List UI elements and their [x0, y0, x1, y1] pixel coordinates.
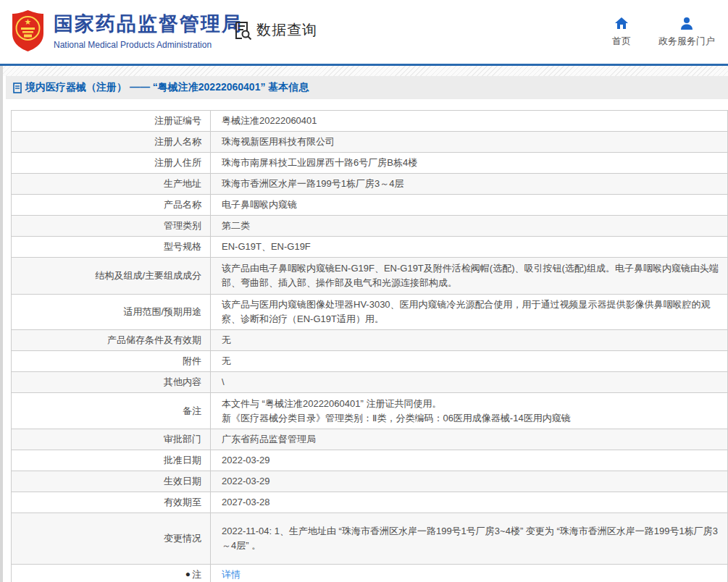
table-row: 附件无 — [12, 351, 728, 372]
row-value: 电子鼻咽喉内窥镜 — [211, 195, 728, 216]
nav-home[interactable]: 首页 — [612, 16, 631, 48]
document-search-icon — [233, 21, 252, 40]
row-label: 生产地址 — [12, 174, 211, 195]
row-label: 型号规格 — [12, 237, 211, 258]
row-value: 该产品由电子鼻咽喉内窥镜EN-G19F、EN-G19T及附件活检阀帽(选配)、吸… — [211, 258, 728, 295]
table-row: 注册人住所珠海市南屏科技工业园屏西十路6号厂房B栋4楼 — [12, 153, 728, 174]
row-label: 产品储存条件及有效期 — [12, 330, 211, 351]
row-value: 粤械注准20222060401 — [211, 111, 728, 132]
row-value: 本文件与 “粤械注准20222060401” 注册证共同使用。新《医疗器械分类目… — [211, 393, 728, 429]
org-name-en: National Medical Products Administration — [54, 40, 243, 50]
left-edge-strip — [0, 66, 3, 582]
table-row: 结构及组成/主要组成成分该产品由电子鼻咽喉内窥镜EN-G19F、EN-G19T及… — [12, 258, 728, 295]
row-value: 第二类 — [211, 216, 728, 237]
row-label: 结构及组成/主要组成成分 — [12, 258, 211, 295]
registration-info-table: 注册证编号粤械注准20222060401注册人名称珠海视新医用科技有限公司注册人… — [11, 110, 728, 582]
top-nav: 首页 政务服务门户 — [612, 16, 715, 48]
nav-home-label: 首页 — [612, 35, 631, 48]
row-value-line: 本文件与 “粤械注准20222060401” 注册证共同使用。 — [222, 397, 721, 411]
row-value: 详情 — [211, 565, 728, 582]
row-label: 生效日期 — [12, 471, 211, 492]
row-label: 备注 — [12, 393, 211, 429]
row-value: \ — [211, 372, 728, 393]
nav-gov-portal[interactable]: 政务服务门户 — [658, 16, 715, 48]
home-icon — [614, 16, 629, 30]
org-name: 国家药品监督管理局 — [54, 11, 243, 37]
table-row: 注册证编号粤械注准20222060401 — [12, 111, 728, 132]
row-value: 2022-03-29 — [211, 450, 728, 471]
table-row: 备注本文件与 “粤械注准20222060401” 注册证共同使用。新《医疗器械分… — [12, 393, 728, 429]
row-label: 其他内容 — [12, 372, 211, 393]
table-row: 型号规格EN-G19T、EN-G19F — [12, 237, 728, 258]
table-row: 生效日期2022-03-29 — [12, 471, 728, 492]
row-value: 珠海视新医用科技有限公司 — [211, 132, 728, 153]
row-label: 有效期至 — [12, 492, 211, 513]
row-value: 广东省药品监督管理局 — [211, 429, 728, 450]
detail-link[interactable]: 详情 — [222, 569, 240, 580]
row-value: 2027-03-28 — [211, 492, 728, 513]
page-doc-icon — [13, 83, 22, 93]
row-value: 无 — [211, 330, 728, 351]
national-emblem-icon: ★ — [11, 9, 45, 52]
row-label: 审批部门 — [12, 429, 211, 450]
table-row: 审批部门广东省药品监督管理局 — [12, 429, 728, 450]
row-value: 珠海市南屏科技工业园屏西十路6号厂房B栋4楼 — [211, 153, 728, 174]
table-row: 变更情况2022-11-04: 1、生产地址由 “珠海市香洲区水岸一路199号1… — [12, 513, 728, 565]
row-value: 无 — [211, 351, 728, 372]
row-value: EN-G19T、EN-G19F — [211, 237, 728, 258]
table-row: 生产地址珠海市香洲区水岸一路199号1栋厂房3～4层 — [12, 174, 728, 195]
table-row: 批准日期2022-03-29 — [12, 450, 728, 471]
page-title: 境内医疗器械（注册） —— “粤械注准20222060401” 基本信息 — [25, 81, 309, 94]
table-row: 管理类别第二类 — [12, 216, 728, 237]
breadcrumb-bar: 境内医疗器械（注册） —— “粤械注准20222060401” 基本信息 — [6, 76, 728, 99]
page-header: ★ 国家药品监督管理局 National Medical Products Ad… — [0, 0, 728, 64]
nav-gov-portal-label: 政务服务门户 — [658, 35, 715, 48]
user-icon — [679, 16, 694, 30]
table-row: ●注详情 — [12, 565, 728, 582]
table-row: 其他内容\ — [12, 372, 728, 393]
site-logo[interactable]: ★ 国家药品监督管理局 National Medical Products Ad… — [11, 9, 243, 52]
data-query-label: 数据查询 — [256, 20, 317, 40]
row-value-line: 新《医疗器械分类目录》管理类别：Ⅱ类，分类编码：06医用成像器械-14医用内窥镜 — [222, 411, 721, 426]
row-label: 变更情况 — [12, 513, 211, 565]
svg-text:★: ★ — [25, 17, 32, 26]
table-row: 产品名称电子鼻咽喉内窥镜 — [12, 195, 728, 216]
row-label: 产品名称 — [12, 195, 211, 216]
data-query-tab[interactable]: 数据查询 — [233, 20, 317, 40]
row-label: 注册证编号 — [12, 111, 211, 132]
row-label: 注册人住所 — [12, 153, 211, 174]
note-bullet-icon: ● — [185, 567, 191, 581]
table-row: 适用范围/预期用途该产品与医用内窥镜图像处理器HV-3030、医用内窥镜冷光源配… — [12, 295, 728, 330]
row-label: 适用范围/预期用途 — [12, 295, 211, 330]
row-label: 注册人名称 — [12, 132, 211, 153]
row-label: 管理类别 — [12, 216, 211, 237]
table-row: 产品储存条件及有效期无 — [12, 330, 728, 351]
table-row: 注册人名称珠海视新医用科技有限公司 — [12, 132, 728, 153]
row-value: 2022-03-29 — [211, 471, 728, 492]
table-row: 有效期至2027-03-28 — [12, 492, 728, 513]
row-value: 该产品与医用内窥镜图像处理器HV-3030、医用内窥镜冷光源配合使用，用于通过视… — [211, 295, 728, 330]
hatch-strip — [0, 66, 728, 76]
row-value: 2022-11-04: 1、生产地址由 “珠海市香洲区水岸一路199号1号厂房3… — [211, 513, 728, 565]
row-label: 附件 — [12, 351, 211, 372]
row-label: 批准日期 — [12, 450, 211, 471]
row-value: 珠海市香洲区水岸一路199号1栋厂房3～4层 — [211, 174, 728, 195]
row-label: ●注 — [12, 565, 211, 582]
spacer — [0, 99, 728, 110]
